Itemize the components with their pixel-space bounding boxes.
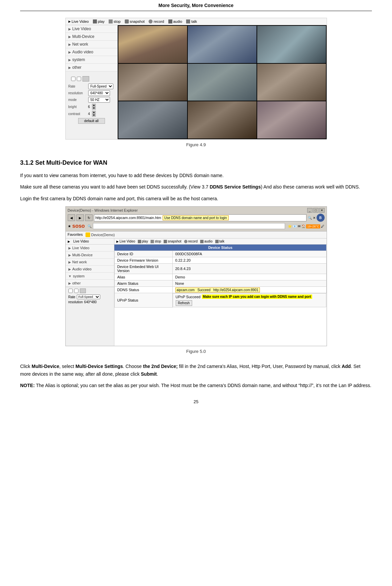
back-btn[interactable]: ◀ xyxy=(68,214,75,221)
cam-main-area: ▶ Live Video ▶ Multi-Device ▶ Net work ▶… xyxy=(66,25,327,139)
stop-btn[interactable]: stop xyxy=(109,19,121,23)
b-menu-system[interactable]: ▼ system xyxy=(66,273,114,280)
menu-audio-video[interactable]: ▶ Audio video xyxy=(66,48,117,56)
record-btn[interactable]: record xyxy=(149,19,164,23)
menu-other[interactable]: ▶ other xyxy=(66,64,117,71)
play-btn[interactable]: play xyxy=(93,19,105,23)
page-title: More Security, More Convenience xyxy=(159,3,234,8)
maximize-btn[interactable]: □ xyxy=(313,208,319,213)
record-btn-2[interactable]: record xyxy=(184,239,198,243)
grid-icon xyxy=(82,76,89,82)
cb1[interactable] xyxy=(68,288,73,293)
cam-grid-49 xyxy=(118,25,327,139)
resolution-select[interactable]: 640*480 xyxy=(88,90,110,96)
browser-cam-content: ▶ Live Video play stop xyxy=(114,238,327,346)
table-row: Device ID 000DC5D008FA xyxy=(114,251,326,257)
close-btn[interactable]: ✕ xyxy=(319,208,325,213)
bright-stepper[interactable]: ▲ ▼ xyxy=(92,104,96,110)
browser-chrome: Device(Demo) - Windows Internet Explorer… xyxy=(66,207,327,231)
refresh-nav-btn[interactable]: ↻ xyxy=(85,214,93,221)
browser-cam-sidebar: ▶ Live Video ▶ Live Video ▶ Multi-Device… xyxy=(66,238,114,346)
fav-device-demo[interactable]: Device(Demo) xyxy=(86,232,115,237)
table-row: DDNS Status aipcam.com Succeed http://e0… xyxy=(114,287,326,293)
cam-cell-9 xyxy=(257,101,326,139)
ddns-annotation: Use DDNS domain name and port to login xyxy=(163,215,229,220)
rate-row: Rate Full-Speed xyxy=(68,295,111,299)
default-all-btn[interactable]: default all xyxy=(78,118,105,124)
arrow-icon: ▶ xyxy=(68,43,71,46)
contrast-stepper[interactable]: ▲ ▼ xyxy=(92,111,96,117)
minimize-btn[interactable]: _ xyxy=(307,208,313,213)
arrow-icon: ▶ xyxy=(68,35,71,39)
close-x-btn[interactable]: ✕ xyxy=(313,216,316,220)
figure-49-screenshot: ▶ Live Video play stop snapshot re xyxy=(65,18,327,140)
section-312: 3.1.2 Set Multi-Device for WAN If you wa… xyxy=(20,159,372,202)
favorites-label: Favorites xyxy=(68,232,83,237)
search-input[interactable] xyxy=(93,223,285,229)
b-menu-audio[interactable]: ▶ Audio video xyxy=(66,266,114,273)
browser-cam-toolbar: ▶ Live Video xyxy=(66,238,114,245)
device-status-table: Device Status Device ID 000DC5D008FA Dev… xyxy=(114,245,327,308)
forward-btn[interactable]: ▶ xyxy=(76,214,84,221)
cam-cell-2 xyxy=(188,26,257,63)
checkbox-2[interactable] xyxy=(77,76,81,82)
snapshot-btn[interactable]: snapshot xyxy=(125,19,145,23)
audio-btn-2[interactable]: audio xyxy=(200,239,212,243)
search-icon-2: 🔍 xyxy=(88,224,92,228)
b-menu-other[interactable]: ▶ other xyxy=(66,280,114,287)
upnp-annotation: Make sure each IP cam you add can login … xyxy=(202,295,312,299)
rate-select[interactable]: Full-Speed xyxy=(88,84,113,89)
b-menu-multi[interactable]: ▶ Multi-Device xyxy=(66,252,114,259)
arrow-icon: ▶ xyxy=(68,267,71,271)
menu-network[interactable]: ▶ Net work xyxy=(66,41,117,48)
refresh-btn[interactable]: Refresh xyxy=(176,300,192,306)
menu-system[interactable]: ▶ system xyxy=(66,56,117,64)
play-btn-2[interactable]: play xyxy=(138,239,148,243)
cam-content-toolbar: ▶ Live Video play stop xyxy=(114,238,327,245)
section-312-para3: Login the first camera by DDNS domain na… xyxy=(20,195,372,202)
menu-live-video[interactable]: ▶ Live Video xyxy=(66,25,117,33)
play-icon: ▶ xyxy=(68,240,70,243)
multi-device-bold: Multi-Device xyxy=(32,364,59,369)
live-video-btn[interactable]: ▶ Live Video xyxy=(68,19,89,23)
arrow-icon: ▶ xyxy=(68,253,71,257)
browser-window-controls[interactable]: _ □ ✕ xyxy=(307,208,325,213)
mode-select[interactable]: 50 HZ xyxy=(88,97,110,103)
section-312-para2: Make sure all these cameras you want to … xyxy=(20,183,372,191)
snapshot-btn-2[interactable]: snapshot xyxy=(164,239,181,243)
favorites-bar: Favorites Device(Demo) xyxy=(66,231,327,238)
search-icon: 🔍 xyxy=(308,216,312,220)
soso-logo: soso xyxy=(72,223,85,229)
arrow-icon: ▶ xyxy=(68,50,71,54)
talk-btn[interactable]: talk xyxy=(186,19,197,23)
menu-multi-device[interactable]: ▶ Multi-Device xyxy=(66,33,117,41)
stop-btn-2[interactable]: stop xyxy=(151,239,161,243)
checkbox-1[interactable] xyxy=(71,76,75,82)
figure-49-container: ▶ Live Video play stop snapshot re xyxy=(20,18,372,153)
address-field[interactable]: http://e0254.aipcam.com:8901/main.htm Us… xyxy=(94,214,306,221)
lv-btn[interactable]: ▶ Live Video xyxy=(116,239,135,243)
toolbar-icons: ⭐ 📧 ✉ 🏠 19~26°C 🖊 xyxy=(288,224,324,228)
b-menu-network[interactable]: ▶ Net work xyxy=(66,259,114,266)
cam-toolbar-49: ▶ Live Video play stop snapshot re xyxy=(66,18,327,25)
rate-select-2[interactable]: Full-Speed xyxy=(77,295,100,299)
section-312-para1: If you want to view cameras from interne… xyxy=(20,172,372,179)
section-312-heading: 3.1.2 Set Multi-Device for WAN xyxy=(20,159,372,166)
arrow-icon: ▼ xyxy=(68,274,72,278)
b-menu-live[interactable]: ▶ Live Video xyxy=(66,245,114,252)
talk-btn-2[interactable]: talk xyxy=(215,239,225,243)
stop-icon xyxy=(151,240,154,243)
multi-device-settings-bold: Multi-Device Settings xyxy=(75,364,123,369)
ddns-settings-bold: DDNS Service Settings xyxy=(210,184,261,190)
bright-control: bright 6 ▲ ▼ xyxy=(68,104,115,110)
bing-logo: B xyxy=(317,214,325,222)
audio-btn[interactable]: audio xyxy=(168,19,182,23)
fav-label: Device(Demo) xyxy=(91,233,115,237)
cam-sidebar-49: ▶ Live Video ▶ Multi-Device ▶ Net work ▶… xyxy=(66,25,118,139)
cam-cell-3 xyxy=(257,26,326,63)
arrow-icon: ▶ xyxy=(68,281,71,285)
cb2[interactable] xyxy=(74,288,78,293)
arrow-icon: ▶ xyxy=(68,260,71,264)
cam-cell-5 xyxy=(188,64,257,101)
figure-49-caption: Figure 4.9 xyxy=(186,142,206,147)
